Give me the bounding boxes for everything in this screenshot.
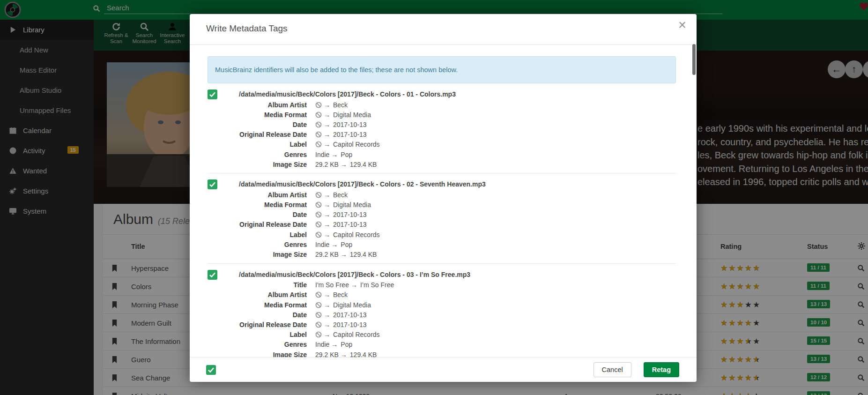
new-value: 129.4 KB [350, 161, 377, 168]
tag-change-row: GenresIndie→Pop [208, 340, 676, 350]
tag-value-change: I'm So Free→I’m So Free [315, 281, 394, 289]
new-value: Digital Media [333, 201, 371, 209]
ban-icon [315, 231, 322, 238]
ban-icon [315, 331, 322, 338]
tag-label: Genres [208, 241, 307, 248]
write-metadata-tags-modal: Write Metadata Tags × MusicBrainz identi… [190, 14, 697, 382]
tag-change-row: Image Size29.2 KB→129.4 KB [208, 249, 676, 259]
modal-footer: Cancel Retag [190, 357, 697, 382]
ban-icon [315, 141, 322, 148]
file-path: /data/media/music/Beck/Colors [2017]/Bec… [239, 271, 470, 278]
retag-file-block: /data/media/music/Beck/Colors [2017]/Bec… [208, 89, 676, 169]
tag-change-row: Label→Capitol Records [208, 230, 676, 239]
tag-value-change: 29.2 KB→129.4 KB [315, 161, 377, 168]
select-all-checkbox[interactable] [206, 365, 216, 375]
tag-change-row: Original Release Date→2017-10-13 [208, 220, 676, 230]
new-value: 2017-10-13 [333, 121, 367, 128]
new-value: Capitol Records [333, 331, 380, 338]
tag-value-change: →Capitol Records [315, 231, 380, 238]
file-path: /data/media/music/Beck/Colors [2017]/Bec… [239, 90, 456, 98]
tag-label: Media Format [208, 201, 307, 209]
new-value: Beck [333, 291, 348, 298]
tag-label: Original Release Date [208, 221, 307, 228]
tag-label: Label [208, 231, 307, 238]
old-value: Indie [315, 241, 329, 248]
tag-value-change: →Beck [315, 291, 348, 298]
old-value: 29.2 KB [315, 161, 339, 168]
tag-value-change: →Beck [315, 101, 348, 109]
ban-icon [315, 112, 322, 118]
tag-change-row: Image Size29.2 KB→129.4 KB [208, 159, 676, 169]
ban-icon [315, 291, 322, 298]
musicbrainz-info-alert: MusicBrainz identifiers will also be add… [208, 56, 676, 83]
tag-change-row: Original Release Date→2017-10-13 [208, 320, 676, 329]
new-value: Beck [333, 191, 348, 199]
file-path: /data/media/music/Beck/Colors [2017]/Bec… [239, 180, 486, 188]
tag-change-row: Media Format→Digital Media [208, 300, 676, 310]
retag-button[interactable]: Retag [644, 362, 679, 377]
new-value: Pop [341, 151, 352, 158]
new-value: Digital Media [333, 301, 371, 309]
new-value: 2017-10-13 [333, 221, 367, 228]
tag-value-change: →Beck [315, 191, 348, 199]
tag-label: Media Format [208, 111, 307, 119]
modal-header: Write Metadata Tags × [190, 14, 697, 45]
new-value: Beck [333, 101, 348, 109]
old-value: 29.2 KB [315, 351, 339, 357]
modal-body: MusicBrainz identifiers will also be add… [190, 45, 697, 357]
retag-file-block: /data/media/music/Beck/Colors [2017]/Bec… [208, 179, 676, 259]
tag-change-row: Date→2017-10-13 [208, 310, 676, 320]
tag-change-row: Media Format→Digital Media [208, 110, 676, 119]
close-icon[interactable]: × [678, 18, 686, 32]
tag-value-change: →Capitol Records [315, 141, 380, 148]
new-value: 2017-10-13 [333, 321, 367, 328]
ban-icon [315, 321, 322, 328]
new-value: 129.4 KB [350, 351, 377, 357]
tag-value-change: 29.2 KB→129.4 KB [315, 351, 377, 357]
modal-scrollbar-thumb[interactable] [692, 44, 696, 75]
tag-change-row: Date→2017-10-13 [208, 119, 676, 129]
tag-value-change: Indie→Pop [315, 341, 352, 348]
tag-label: Genres [208, 341, 307, 348]
file-checkbox[interactable] [208, 89, 217, 99]
tag-change-row: TitleI'm So Free→I’m So Free [208, 280, 676, 290]
tag-label: Image Size [208, 161, 307, 168]
tag-change-row: GenresIndie→Pop [208, 149, 676, 159]
cancel-button[interactable]: Cancel [594, 362, 631, 377]
new-value: Capitol Records [333, 231, 380, 238]
new-value: Pop [341, 241, 352, 248]
tag-change-row: Original Release Date→2017-10-13 [208, 130, 676, 140]
tag-label: Date [208, 311, 307, 319]
retag-file-block: /data/media/music/Beck/Colors [2017]/Bec… [208, 270, 676, 357]
new-value: 2017-10-13 [333, 211, 367, 218]
ban-icon [315, 131, 322, 138]
ban-icon [315, 211, 322, 218]
ban-icon [315, 192, 322, 198]
file-checkbox[interactable] [208, 179, 217, 189]
tag-value-change: →2017-10-13 [315, 211, 367, 218]
tag-change-row: Media Format→Digital Media [208, 200, 676, 210]
new-value: 129.4 KB [350, 251, 377, 258]
tag-change-row: Album Artist→Beck [208, 100, 676, 110]
tag-change-row: Album Artist→Beck [208, 290, 676, 300]
tag-label: Album Artist [208, 291, 307, 298]
ban-icon [315, 201, 322, 208]
tag-label: Original Release Date [208, 321, 307, 328]
tag-value-change: →Capitol Records [315, 331, 380, 338]
tag-label: Original Release Date [208, 131, 307, 138]
tag-label: Genres [208, 151, 307, 158]
tag-label: Label [208, 141, 307, 148]
tag-label: Date [208, 211, 307, 218]
new-value: 2017-10-13 [333, 311, 367, 319]
tag-change-row: Label→Capitol Records [208, 330, 676, 340]
old-value: Indie [315, 151, 329, 158]
tag-label: Image Size [208, 251, 307, 258]
tag-value-change: →Digital Media [315, 301, 371, 309]
tag-value-change: Indie→Pop [315, 151, 352, 158]
tag-value-change: →Digital Media [315, 201, 371, 209]
new-value: Digital Media [333, 111, 371, 119]
ban-icon [315, 102, 322, 108]
file-checkbox[interactable] [208, 270, 217, 280]
new-value: Capitol Records [333, 141, 380, 148]
new-value: 2017-10-13 [333, 131, 367, 138]
